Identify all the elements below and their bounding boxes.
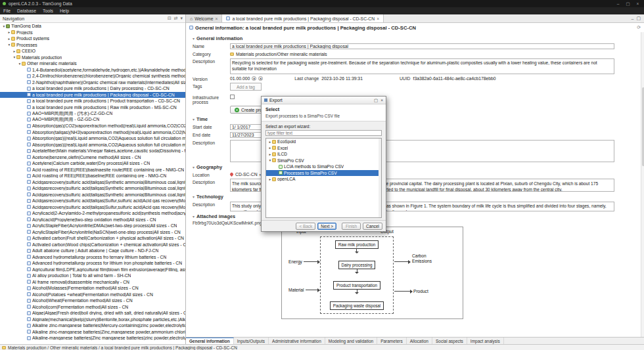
menu-item[interactable]: File	[0, 9, 14, 13]
minimize-view-icon[interactable]: –	[631, 16, 633, 21]
tree-item[interactable]: Al alloy production | Total fo all wind …	[0, 273, 185, 279]
maximize-view-icon[interactable]: ▢	[636, 16, 641, 21]
tree-item[interactable]: Activated carbon|Wood chips|Carbonizatio…	[0, 242, 185, 248]
tree-item[interactable]: Alcohol|Molasses|Fermentation method|All…	[0, 285, 185, 292]
tree-item[interactable]: Projects	[0, 30, 185, 36]
wizard-tree-item[interactable]: ILCD	[266, 151, 381, 158]
editor-scrollbar[interactable]	[641, 32, 644, 337]
tree-item[interactable]: Acrylicacid|Propylene|two-step oxidation…	[0, 217, 185, 223]
tree-item[interactable]: TianGong Data	[0, 23, 185, 30]
editor-page-tab[interactable]: Administrative information	[269, 338, 325, 344]
tree-item[interactable]: Alcohol|Wheat|Fermentation method|All si…	[0, 297, 185, 304]
tree-item[interactable]: Other mineralic materials	[0, 60, 185, 67]
wizard-tree-item[interactable]: Processes to SimaPro CSV	[266, 170, 381, 177]
wizard-tree-item[interactable]: Excel	[266, 145, 381, 152]
tree-item[interactable]: 2,4-Dinitrochlorobenzene(chlorobenzene)|…	[0, 73, 185, 79]
minimize-window-icon[interactable]: –	[614, 0, 622, 7]
tree-item[interactable]: a local branded pure milk productions | …	[0, 85, 185, 92]
tree-item[interactable]: Alkaline zinc-manganese batteries|Zinc,m…	[0, 329, 185, 336]
tree-item[interactable]: Acidgasrecovery|sulfuric acid|tailgas|Su…	[0, 204, 185, 211]
tree-item[interactable]: Acidgasrecovery|sulfuric acid|tailgas|Su…	[0, 198, 185, 204]
version-minor-increment-icon[interactable]: ▲	[258, 76, 263, 81]
wizard-filter-input[interactable]	[265, 130, 382, 137]
tree-item[interactable]: Adult abalone culture | Adult abalone | …	[0, 248, 185, 254]
tree-item[interactable]: a local branded pure milk productions | …	[0, 98, 185, 104]
tree-item[interactable]: Advanced hydrometallurgy process for lit…	[0, 260, 185, 267]
editor-page-tab[interactable]: Allocation	[407, 338, 432, 344]
tree-item[interactable]: CEEIO	[0, 48, 185, 55]
maximize-window-icon[interactable]: ▢	[624, 0, 632, 7]
tree-item[interactable]: Acetone|benzene,olefin|Cumene method|All…	[0, 154, 185, 161]
restore-dialog-icon[interactable]: ▢	[374, 98, 378, 103]
version-major-increment-icon[interactable]: ▲	[252, 76, 256, 81]
name-input[interactable]	[230, 43, 614, 50]
tree-item[interactable]: Al frame removal|disassemble mechanicall…	[0, 279, 185, 286]
tree-item[interactable]: Absorption(gas)|(real)Liquid ammonia,CO2…	[0, 142, 185, 148]
tree-item[interactable]: Acidgasrecovery|sulfuric acid|tailgas|Sy…	[0, 179, 185, 186]
tree-item[interactable]: Acrylicacid|2-Acrylamido-2-methylpropane…	[0, 210, 185, 217]
tab-welcome[interactable]: Welcome	[186, 14, 222, 22]
wizard-tree-scrollbar[interactable]	[379, 139, 381, 217]
tree-item[interactable]: Alcohol|corn|Fermentation method|All siz…	[0, 304, 185, 311]
tree-item[interactable]: Alkaline zinc-manganese batteries|Mercur…	[0, 322, 185, 329]
editor-page-tab[interactable]: General information	[186, 338, 234, 344]
tree-item[interactable]: Alginate(mechanical)|kelp|(slurry)Benton…	[0, 317, 185, 323]
tree-item[interactable]: 2-Naphthol(naphthalene)|Organic chemical…	[0, 79, 185, 86]
editor-page-tab[interactable]: Impact analysis	[467, 338, 504, 344]
infrastructure-process-checkbox[interactable]	[230, 95, 235, 99]
tree-item[interactable]: Absorption(gas)(CO2)vaporextraction meth…	[0, 123, 185, 129]
finish-button[interactable]: Finish	[342, 223, 361, 230]
tree-item[interactable]: Acetylene|Calcium carbide,water|Dry proc…	[0, 160, 185, 167]
tree-item[interactable]: Advanced hydrometallurgy process fro ter…	[0, 254, 185, 261]
menu-item[interactable]: Database	[14, 9, 39, 13]
close-tab-icon[interactable]	[377, 16, 379, 21]
editor-page-tab[interactable]: Social aspects	[432, 338, 467, 344]
location-combo[interactable]: CD-SC-CN	[230, 171, 261, 177]
editor-page-tab[interactable]: Modeling and validation	[325, 338, 377, 344]
tree-item[interactable]: a local branded pure milk productions | …	[0, 92, 185, 98]
tree-item[interactable]: Absorption(tailgas)(NH3)vaporextraction …	[0, 129, 185, 136]
end-date-input[interactable]	[230, 132, 262, 139]
tree-item[interactable]: Acid roasting of REE|(REE)|baseline|REE …	[0, 173, 185, 179]
description-input[interactable]: Recycling is selected for the packaging …	[230, 58, 614, 74]
wizard-tree-item[interactable]: LCIA methods to SimaPro CSV	[266, 164, 381, 170]
tree-item[interactable]: Acid roasting of REE|(REE)|bastnaesite r…	[0, 167, 185, 173]
wizard-tree-item[interactable]: SimaPro CSV	[266, 158, 381, 164]
tree-item[interactable]: a local branded pure milk productions | …	[0, 104, 185, 111]
category-link[interactable]: Materials production/Other mineralic mat…	[230, 51, 327, 56]
section-twisty-icon[interactable]	[193, 194, 195, 200]
tree-item[interactable]: AcrylicStapleFiber|Acrylonitrile|NaSCN|w…	[0, 229, 185, 236]
section-twisty-icon[interactable]	[193, 35, 195, 41]
tree-item[interactable]: Acidgasrecovery|sulfuric acid|tailgas|Sy…	[0, 185, 185, 192]
tree-item[interactable]: Acidgasrecovery|sulfuric acid|tailgas|Sy…	[0, 192, 185, 198]
menu-item[interactable]: Tools	[39, 9, 57, 13]
add-tag-button[interactable]: Add a tag	[230, 83, 262, 91]
tree-item[interactable]: AcrylicStapleFiber|Acrylonitrile|DMAc|we…	[0, 223, 185, 229]
editor-page-tab[interactable]: Parameters	[377, 338, 407, 344]
collapse-all-icon[interactable]: ⊟	[168, 16, 172, 21]
close-tab-icon[interactable]	[215, 16, 218, 21]
section-twisty-icon[interactable]	[193, 164, 195, 170]
tree-item[interactable]: AAO+MBR回用|回用 - GZ-GD-CN	[0, 117, 185, 123]
export-dialog-titlebar[interactable]: Export ▢ ×	[262, 97, 386, 104]
scrollbar-thumb[interactable]	[642, 87, 644, 167]
next-button[interactable]: Next >	[317, 223, 336, 230]
tree-item[interactable]: 1,4-Butanediol(acetylene,formaldehyde,hy…	[0, 67, 185, 74]
attached-image-filename[interactable]: Fb9rbg70Uo3dQaUKScwlMnkK.png	[193, 221, 637, 225]
tree-item[interactable]: Materials production	[0, 55, 185, 61]
cancel-button[interactable]: Cancel	[363, 223, 382, 230]
close-dialog-icon[interactable]: ×	[380, 98, 383, 103]
tree-item[interactable]: Absorption(gas)|(real)Liquid ammonia,CO2…	[0, 135, 185, 142]
wizard-tree-item[interactable]: EcoSpold	[266, 139, 381, 145]
tree-item[interactable]: Alkaline-manganese batteries|Zinc mangan…	[0, 335, 185, 341]
tree-item[interactable]: Algae|Algae|Fresh dried|boil drying, dri…	[0, 310, 185, 317]
menu-item[interactable]: Help	[57, 9, 72, 13]
tree-item[interactable]: Alcohol|Potatoes +wheat|Fermentation met…	[0, 292, 185, 298]
editor-page-tab[interactable]: Inputs/Outputs	[234, 338, 269, 344]
section-twisty-icon[interactable]	[193, 213, 195, 219]
refresh-icon[interactable]: ⟳	[637, 25, 641, 30]
tree-item[interactable]: Acetatefiber|Main materials:Vinegar flak…	[0, 148, 185, 154]
tree-item[interactable]: Activated carbon|Fruit shell|Carbonizati…	[0, 235, 185, 242]
start-date-input[interactable]	[230, 124, 262, 131]
section-twisty-icon[interactable]	[193, 116, 195, 122]
